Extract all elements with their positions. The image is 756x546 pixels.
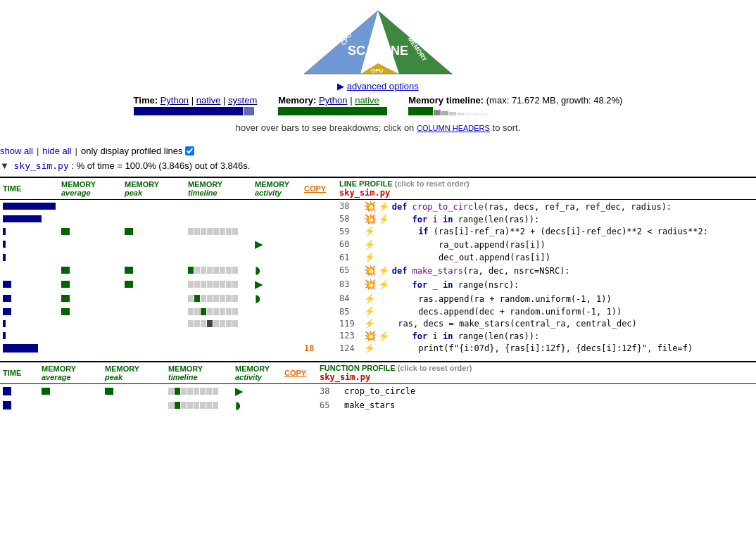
fth-copy[interactable]: COPY — [282, 362, 317, 384]
fth-mem-peak[interactable]: MEMORY peak — [102, 362, 165, 384]
logo: CPU MEMORY GPU SCALENE — [301, 7, 455, 77]
copy-cell — [301, 200, 336, 213]
explosion-icon: 💥 — [364, 265, 376, 276]
copy-cell — [301, 251, 336, 263]
th-copy[interactable]: COPY — [301, 177, 336, 200]
controls: show all | hide all | only display profi… — [0, 144, 756, 158]
th-copy-link[interactable]: COPY — [304, 184, 326, 193]
collapse-arrow[interactable]: ▼ — [0, 160, 9, 171]
th-mem-timeline[interactable]: MEMORY timeline — [185, 177, 252, 200]
f-mem-peak-38 — [105, 388, 113, 395]
advanced-options-arrow: ▶ — [337, 81, 344, 91]
copy-cell — [301, 291, 336, 305]
th-mem-activity-link[interactable]: MEMORY — [255, 180, 289, 189]
memory-timeline-label: Memory timeline: (max: 71.672 MB, growth… — [408, 95, 622, 106]
column-headers-link[interactable]: COLUMN HEADERS — [417, 124, 490, 132]
fth-mem-avg-link[interactable]: MEMORY — [42, 364, 76, 373]
mem-timeline-cell — [185, 237, 252, 251]
ftime-cell — [0, 384, 39, 399]
mem-avg-bar-row85 — [61, 308, 70, 315]
memory-native-link[interactable]: native — [355, 95, 379, 106]
time-cell — [0, 200, 58, 213]
time-bar-row38 — [3, 203, 56, 210]
bolt-icon: ⚡ — [364, 343, 375, 353]
mem-peak-cell — [122, 342, 185, 354]
funcname-65: make_stars — [344, 400, 395, 410]
table-row: ▶ 83 💥 ⚡ for _ in range(nsrc): — [0, 277, 756, 291]
only-display-label[interactable]: only display profiled lines — [81, 146, 195, 156]
f-mem-avg-38 — [42, 388, 50, 395]
table-row: 59 ⚡ if (ras[i]-ref_ra)**2 + (decs[i]-re… — [0, 225, 756, 237]
fth-mem-avg[interactable]: MEMORY average — [39, 362, 102, 384]
mem-peak-cell — [122, 277, 185, 291]
th-mem-peak-link[interactable]: MEMORY — [125, 180, 159, 189]
th-mem-peak[interactable]: MEMORY peak — [122, 177, 185, 200]
fth-copy-link[interactable]: COPY — [284, 369, 306, 377]
only-display-checkbox[interactable] — [185, 146, 194, 155]
mem-timeline-cell — [185, 212, 252, 225]
line-code-cell: ⚡ ra_out.append(ras[i]) — [361, 237, 756, 251]
fth-mem-timeline[interactable]: MEMORY timeline — [165, 362, 232, 384]
mem-peak-cell — [122, 225, 185, 237]
fmem-avg-cell — [39, 398, 102, 412]
fmem-activity-cell: ▶ — [232, 384, 282, 399]
show-all-link[interactable]: show all — [0, 146, 33, 156]
mem-avg-cell — [58, 329, 122, 342]
time-bar-row59 — [3, 228, 6, 235]
advanced-options-link[interactable]: advanced options — [347, 81, 419, 91]
time-bar-row119 — [3, 320, 6, 327]
mem-peak-cell — [122, 251, 185, 263]
mem-activity-cell — [252, 329, 301, 342]
hide-all-link[interactable]: hide all — [42, 146, 71, 156]
mem-timeline-cell — [185, 342, 252, 354]
copy-cell — [301, 212, 336, 225]
fmem-activity-cell: ◗ — [232, 398, 282, 412]
line-num: 123 — [336, 329, 361, 342]
fth-time[interactable]: TIME — [0, 362, 39, 384]
mem-avg-cell — [58, 237, 122, 251]
f-funcname-cell: make_stars — [341, 398, 756, 412]
mem-peak-cell — [122, 200, 185, 213]
f-activity-icon-38: ▶ — [235, 385, 244, 397]
th-mem-activity[interactable]: MEMORY activity — [252, 177, 301, 200]
bolt-icon: ⚡ — [364, 226, 375, 236]
fth-mem-activity[interactable]: MEMORY activity — [232, 362, 282, 384]
time-python-link[interactable]: Python — [160, 95, 189, 106]
th-time[interactable]: TIME — [0, 177, 58, 200]
th-mem-avg[interactable]: MEMORY average — [58, 177, 122, 200]
th-time-link[interactable]: TIME — [3, 184, 21, 193]
th-mem-timeline-link[interactable]: MEMORY — [188, 180, 222, 189]
fth-function-profile: FUNCTION PROFILE (click to reset order) … — [317, 362, 756, 384]
function-profile-header-row: TIME MEMORY average MEMORY peak MEMORY t… — [0, 362, 756, 384]
copy-cell — [301, 225, 336, 237]
mem-avg-bar-row59 — [61, 228, 70, 235]
time-system-link[interactable]: system — [228, 95, 257, 106]
summary-filename[interactable]: sky_sim.py — [14, 160, 69, 171]
fcopy-cell — [282, 398, 317, 412]
memory-python-link[interactable]: Python — [319, 95, 347, 106]
fth-mem-timeline-link[interactable]: MEMORY — [168, 364, 203, 373]
th-mem-avg-link[interactable]: MEMORY — [61, 180, 96, 189]
explosion-icon: 💥 — [364, 279, 376, 290]
mem-peak-cell — [122, 291, 185, 305]
time-cell — [0, 305, 58, 317]
time-native-link[interactable]: native — [196, 95, 221, 106]
time-bar-row61 — [3, 254, 6, 261]
mem-timeline-cell — [185, 305, 252, 317]
fth-mem-activity-link[interactable]: MEMORY — [235, 364, 270, 373]
line-code-cell: ⚡ ras.append(ra + random.uniform(-1, 1)) — [361, 291, 756, 305]
tl-bar-4 — [449, 112, 456, 115]
line-code-cell: 💥 ⚡ for i in range(len(ras)): — [361, 212, 756, 225]
time-label: Time: Python | native | system — [134, 95, 258, 106]
fth-mem-peak-link[interactable]: MEMORY — [105, 364, 139, 373]
fth-time-link[interactable]: TIME — [3, 369, 21, 377]
time-cell — [0, 212, 58, 225]
mem-peak-cell — [122, 329, 185, 342]
header: CPU MEMORY GPU SCALENE ▶ advanced option… — [0, 0, 756, 144]
copy-cell — [301, 305, 336, 317]
line-code-cell: ⚡ decs.append(dec + random.uniform(-1, 1… — [361, 305, 756, 317]
table-row: 18 124 ⚡ print(f"{i:07d}, {ras[i]:12f}, … — [0, 342, 756, 354]
time-bar-row84 — [3, 295, 11, 302]
fth-mem-avg-sub: average — [42, 373, 99, 381]
time-cell — [0, 329, 58, 342]
